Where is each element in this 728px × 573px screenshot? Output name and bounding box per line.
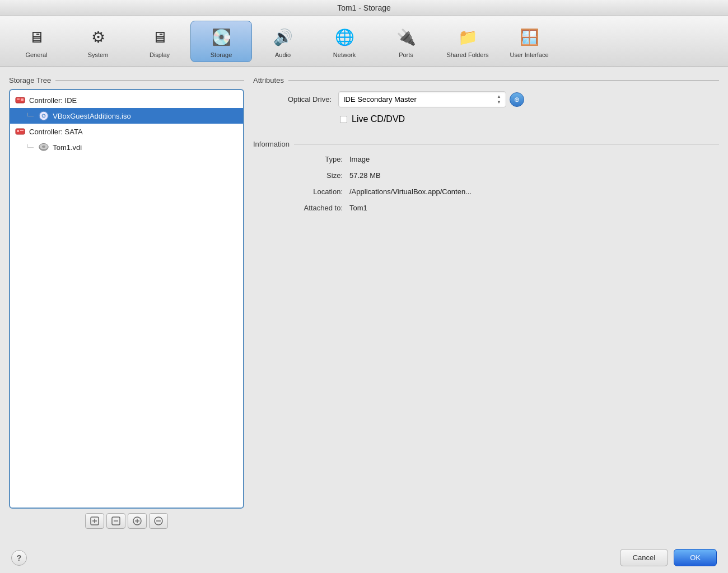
size-value: 57.28 MB (349, 171, 381, 180)
svg-rect-1 (17, 98, 20, 100)
audio-icon: 🔊 (270, 25, 295, 49)
tree-label-controller-sata: Controller: SATA (29, 128, 83, 136)
live-cd-row: Live CD/DVD (253, 114, 719, 124)
toolbar-item-network[interactable]: 🌐Network (314, 21, 375, 62)
help-button[interactable]: ? (11, 550, 27, 566)
attached-to-value: Tom1 (349, 204, 367, 212)
network-icon: 🌐 (332, 25, 357, 49)
storage-toolbar (9, 509, 244, 533)
right-panel: Attributes Optical Drive: IDE Secondary … (253, 76, 719, 533)
optical-drive-label: Optical Drive: (264, 95, 332, 104)
optical-drive-container: IDE Secondary Master ▲ ▼ ⊕ (338, 91, 524, 107)
tree-icon-controller (15, 95, 26, 106)
tree-label-vbox-iso: VBoxGuestAdditions.iso (53, 112, 130, 120)
svg-point-5 (43, 115, 45, 117)
attached-to-label: Attached to: (264, 204, 343, 212)
tree-label-tom1-vdi: Tom1.vdi (53, 143, 82, 152)
toolbar-item-general[interactable]: 🖥General (6, 21, 67, 62)
toolbar-label-network: Network (333, 51, 356, 58)
svg-rect-8 (20, 130, 24, 131)
toolbar-item-audio[interactable]: 🔊Audio (252, 21, 314, 62)
attached-to-row: Attached to: Tom1 (253, 204, 719, 212)
svg-rect-2 (21, 98, 24, 101)
system-icon: ⚙ (86, 25, 110, 49)
toolbar-label-user-interface: User Interface (510, 51, 548, 58)
live-cd-label: Live CD/DVD (352, 114, 405, 124)
left-panel: Storage Tree Controller: IDE└─ VBoxGuest… (9, 76, 244, 533)
toolbar-item-user-interface[interactable]: 🪟User Interface (498, 21, 560, 62)
optical-drive-value: IDE Secondary Master (343, 95, 417, 104)
remove-attachment-button[interactable] (149, 513, 168, 529)
size-label: Size: (264, 171, 343, 180)
toolbar-item-system[interactable]: ⚙System (67, 21, 129, 62)
location-label: Location: (264, 187, 343, 196)
title-bar: Tom1 - Storage (0, 0, 728, 16)
size-row: Size: 57.28 MB (253, 171, 719, 180)
type-label: Type: (264, 155, 343, 163)
toolbar-item-ports[interactable]: 🔌Ports (375, 21, 437, 62)
add-controller-button[interactable] (85, 513, 104, 529)
cd-icon: ⊕ (514, 96, 520, 104)
shared-folders-icon: 📁 (455, 25, 480, 49)
location-row: Location: /Applications/VirtualBox.app/C… (253, 187, 719, 196)
tree-label-controller-ide: Controller: IDE (29, 96, 77, 105)
add-attachment-button[interactable] (128, 513, 147, 529)
toolbar-label-ports: Ports (399, 51, 413, 58)
toolbar-label-shared-folders: Shared Folders (446, 51, 488, 58)
svg-point-11 (42, 145, 45, 148)
toolbar-label-audio: Audio (275, 51, 291, 58)
toolbar-item-storage[interactable]: 💽Storage (190, 21, 252, 62)
information-section: Information Type: Image Size: 57.28 MB L… (253, 140, 719, 220)
information-title: Information (253, 140, 719, 148)
storage-icon: 💽 (209, 25, 234, 49)
optical-drive-dropdown[interactable]: IDE Secondary Master ▲ ▼ (338, 91, 506, 107)
tree-item-controller-sata[interactable]: Controller: SATA (10, 124, 243, 139)
toolbar-label-system: System (88, 51, 109, 58)
toolbar-item-shared-folders[interactable]: 📁Shared Folders (437, 21, 498, 62)
tree-connector: └─ (26, 113, 34, 119)
storage-tree-title: Storage Tree (9, 76, 244, 84)
attributes-title: Attributes (253, 76, 719, 84)
toolbar-item-display[interactable]: 🖥Display (129, 21, 190, 62)
toolbar-label-display: Display (150, 51, 170, 58)
main-content: Storage Tree Controller: IDE└─ VBoxGuest… (0, 67, 728, 542)
toolbar: 🖥General⚙System🖥Display💽Storage🔊Audio🌐Ne… (0, 16, 728, 67)
toolbar-label-general: General (25, 51, 47, 58)
tree-icon-cdrom (38, 110, 49, 121)
tree-item-vbox-iso[interactable]: └─ VBoxGuestAdditions.iso (10, 108, 243, 124)
type-row: Type: Image (253, 155, 719, 163)
bottom-bar: ? Cancel OK (0, 542, 728, 573)
tree-item-tom1-vdi[interactable]: └─ Tom1.vdi (10, 139, 243, 155)
attributes-section: Attributes Optical Drive: IDE Secondary … (253, 76, 719, 131)
optical-drive-row: Optical Drive: IDE Secondary Master ▲ ▼ … (253, 91, 719, 107)
cd-browse-button[interactable]: ⊕ (510, 92, 524, 107)
display-icon: 🖥 (147, 25, 172, 49)
dialog-buttons: Cancel OK (620, 549, 717, 566)
cancel-button[interactable]: Cancel (620, 549, 668, 566)
tree-icon-disk (38, 142, 49, 153)
ports-icon: 🔌 (394, 25, 418, 49)
storage-tree: Controller: IDE└─ VBoxGuestAdditions.iso… (9, 89, 244, 509)
general-icon: 🖥 (24, 25, 49, 49)
tree-item-controller-ide[interactable]: Controller: IDE (10, 92, 243, 108)
user-interface-icon: 🪟 (517, 25, 542, 49)
svg-rect-7 (17, 130, 19, 132)
toolbar-label-storage: Storage (211, 51, 232, 58)
location-value: /Applications/VirtualBox.app/Conten... (349, 187, 472, 196)
tree-icon-controller (15, 126, 26, 137)
window-title: Tom1 - Storage (337, 3, 391, 12)
ok-button[interactable]: OK (674, 549, 717, 566)
type-value: Image (349, 155, 370, 163)
tree-connector: └─ (26, 144, 34, 151)
dropdown-arrows: ▲ ▼ (497, 94, 501, 105)
remove-controller-button[interactable] (106, 513, 125, 529)
live-cd-checkbox[interactable] (340, 116, 347, 123)
